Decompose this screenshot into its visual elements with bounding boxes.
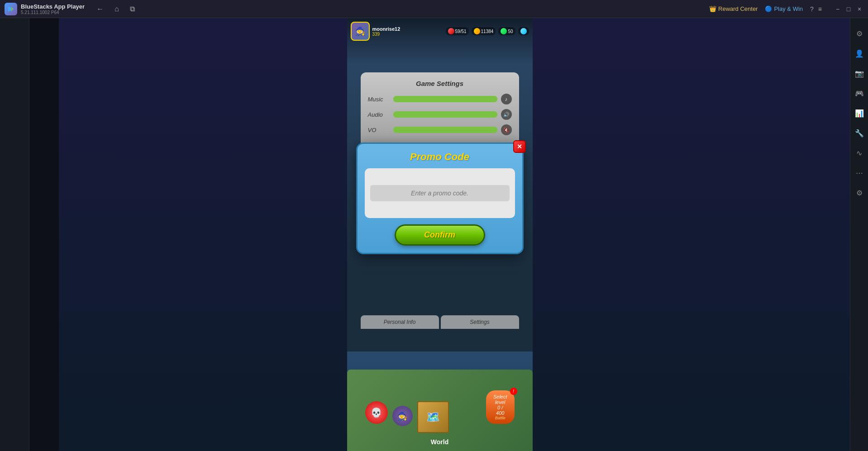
- titlebar-icons: ? ≡: [810, 5, 822, 13]
- sidebar-icon-more[interactable]: ⋯: [853, 166, 866, 179]
- game-window: 🧙 moonrise12 339 59/51 113: [347, 18, 533, 451]
- promo-overlay: ✕ Promo Code Confirm: [347, 18, 533, 451]
- sidebar-icon-user[interactable]: 👤: [853, 47, 866, 60]
- playnwin-label: Play & Win: [774, 5, 803, 12]
- playnwin-icon: 🔵: [765, 5, 772, 12]
- sidebar-icon-settings[interactable]: ⚙: [853, 27, 866, 40]
- reward-center-button[interactable]: 👑 Reward Center: [709, 5, 758, 12]
- multi-button[interactable]: ⧉: [127, 3, 138, 15]
- promo-input-area: [365, 168, 515, 218]
- sidebar-icon-controller[interactable]: 🎮: [853, 87, 866, 100]
- window-controls: − □ ×: [834, 5, 863, 13]
- sidebar-icon-signal[interactable]: ∿: [853, 147, 866, 159]
- promo-code-input[interactable]: [370, 185, 510, 201]
- sidebar-icon-camera[interactable]: 📷: [853, 67, 866, 80]
- promo-title: Promo Code: [365, 151, 515, 163]
- app-info: BlueStacks App Player 5.21.111.1002 P64: [21, 3, 85, 15]
- close-button[interactable]: ×: [855, 5, 863, 13]
- back-button[interactable]: ←: [94, 3, 106, 15]
- menu-icon[interactable]: ≡: [818, 5, 822, 13]
- help-icon[interactable]: ?: [810, 5, 814, 13]
- reward-label: Reward Center: [718, 5, 758, 12]
- app-logo: [5, 3, 17, 15]
- promo-dialog: ✕ Promo Code Confirm: [356, 142, 524, 254]
- main-area: 🧙 moonrise12 339 59/51 113: [0, 18, 868, 451]
- home-button[interactable]: ⌂: [112, 3, 122, 15]
- reward-icon: 👑: [709, 5, 716, 12]
- app-version: 5.21.111.1002 P64: [21, 10, 85, 15]
- minimize-button[interactable]: −: [834, 5, 842, 13]
- play-win-button[interactable]: 🔵 Play & Win: [765, 5, 803, 12]
- maximize-button[interactable]: □: [844, 5, 853, 13]
- titlebar-right: 👑 Reward Center 🔵 Play & Win ? ≡ − □ ×: [709, 5, 863, 13]
- svg-marker-2: [11, 6, 14, 12]
- confirm-button[interactable]: Confirm: [395, 224, 485, 246]
- left-sidebar: [0, 18, 29, 451]
- titlebar: BlueStacks App Player 5.21.111.1002 P64 …: [0, 0, 868, 18]
- sidebar-icon-chart[interactable]: 📊: [853, 107, 866, 119]
- app-name: BlueStacks App Player: [21, 3, 85, 10]
- nav-buttons: ← ⌂ ⧉: [94, 3, 138, 15]
- game-screen: 🧙 moonrise12 339 59/51 113: [29, 18, 850, 451]
- right-sidebar: ⚙ 👤 📷 🎮 📊 🔧 ∿ ⋯ ⚙: [850, 18, 868, 451]
- sidebar-icon-gear[interactable]: ⚙: [853, 186, 866, 199]
- dialog-close-button[interactable]: ✕: [513, 140, 526, 153]
- sidebar-icon-tool[interactable]: 🔧: [853, 127, 866, 139]
